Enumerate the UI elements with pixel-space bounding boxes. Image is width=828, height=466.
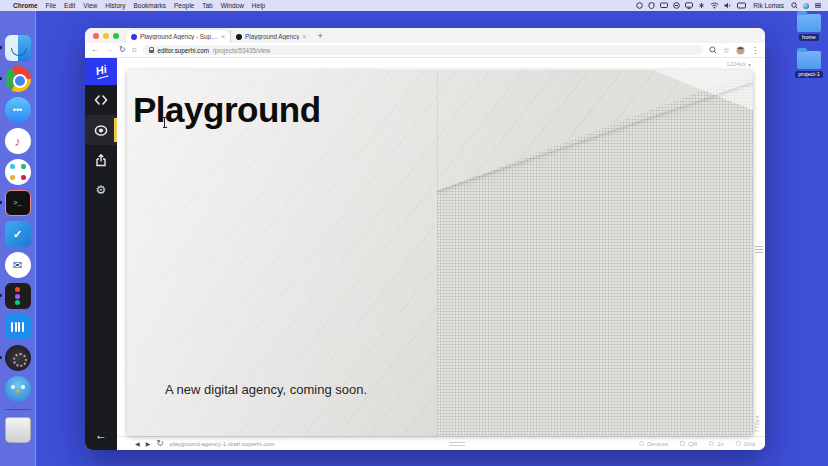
new-tab-button[interactable]: + xyxy=(311,31,328,43)
menu-item-view[interactable]: View xyxy=(83,2,97,9)
menu-item-bookmarks[interactable]: Bookmarks xyxy=(133,2,166,9)
airdrop-icon[interactable] xyxy=(698,2,705,9)
preview-right-gutter: 770px xyxy=(753,70,765,436)
menu-item-people[interactable]: People xyxy=(174,2,194,9)
tab-title: Playground Agency xyxy=(245,33,299,40)
dock-trash-icon[interactable] xyxy=(5,417,31,443)
search-icon[interactable] xyxy=(791,2,798,9)
menu-item-window[interactable]: Window xyxy=(221,2,244,9)
notification-menu-icon[interactable] xyxy=(814,2,822,9)
url-domain: editor.superhi.com xyxy=(158,47,209,54)
zoom-search-icon[interactable] xyxy=(709,46,717,54)
code-view-button[interactable] xyxy=(85,85,117,115)
volume-icon[interactable] xyxy=(724,2,732,9)
preview-forward-icon[interactable]: ▶ xyxy=(146,440,151,447)
viewport-height-label[interactable]: 770px xyxy=(754,415,760,433)
preview-url[interactable]: playground-agency-1-draft.superhi.com xyxy=(170,441,275,447)
preview-view-button[interactable] xyxy=(85,115,117,145)
preview-reload-icon[interactable]: ↻ xyxy=(156,439,164,448)
bottom-drag-handle[interactable] xyxy=(449,442,465,446)
close-tab-icon[interactable]: × xyxy=(221,33,225,40)
preview-texture-line xyxy=(437,70,438,191)
resize-handle[interactable] xyxy=(755,246,763,253)
dock-vscode-icon[interactable]: ✓ xyxy=(5,221,31,247)
menu-item-file[interactable]: File xyxy=(46,2,56,9)
folder-label: home xyxy=(799,34,819,41)
site-tagline: A new digital agency, coming soon. xyxy=(165,382,367,397)
preview-back-icon[interactable]: ◀ xyxy=(135,440,140,447)
dock-slack-icon[interactable] xyxy=(5,159,31,185)
editor-sidebar: Hi ⚙ ← xyxy=(85,58,117,450)
editor-back-button[interactable]: ← xyxy=(85,420,117,450)
retina-toggle[interactable]: 2x xyxy=(709,441,723,447)
desktop-folder-project[interactable]: project-1 xyxy=(795,51,822,78)
minimize-window-button[interactable] xyxy=(103,33,109,39)
menu-status-icons: Rik Lomas xyxy=(636,2,822,9)
folder-label: project-1 xyxy=(795,71,822,78)
menu-item-tab[interactable]: Tab xyxy=(202,2,212,9)
dock-intercom-icon[interactable] xyxy=(5,314,31,340)
settings-button[interactable]: ⚙ xyxy=(85,175,117,205)
browser-window: Playground Agency - SuperHi × Playground… xyxy=(85,28,765,450)
circle-status-icon[interactable] xyxy=(636,2,643,9)
site-favicon xyxy=(236,34,242,40)
grid-toggle[interactable]: Grid xyxy=(736,441,755,447)
folder-icon xyxy=(797,14,821,32)
devices-toggle[interactable]: Devices xyxy=(639,441,668,447)
dock: ••• ♪ >_ ✓ ✉ xyxy=(0,11,36,466)
monitor-icon[interactable] xyxy=(685,2,693,9)
dock-music-icon[interactable]: ♪ xyxy=(5,128,31,154)
preview-bottom-bar: ◀ ▶ ↻ playground-agency-1-draft.superhi.… xyxy=(117,436,765,450)
profile-avatar[interactable] xyxy=(736,46,745,55)
dock-terminal-icon[interactable]: >_ xyxy=(5,190,31,216)
menu-app-name[interactable]: Chrome xyxy=(13,2,38,9)
chrome-menu-icon[interactable]: ⋮ xyxy=(751,46,759,55)
viewport-size-strip: 1224px ▾ xyxy=(117,58,765,70)
home-icon[interactable]: ⌂ xyxy=(132,46,137,54)
keyboard-icon[interactable] xyxy=(737,2,746,9)
superhi-favicon xyxy=(131,34,137,40)
menu-item-help[interactable]: Help xyxy=(252,2,265,9)
wifi-icon[interactable] xyxy=(710,2,719,9)
bookmark-star-icon[interactable]: ☆ xyxy=(723,46,730,55)
tab-superhi-editor[interactable]: Playground Agency - SuperHi × xyxy=(126,30,230,43)
editor-content: Hi ⚙ ← 1224px ▾ xyxy=(85,58,765,450)
viewport-width-selector[interactable]: 1224px xyxy=(726,61,746,67)
tab-playground-agency[interactable]: Playground Agency × xyxy=(230,30,311,43)
qr-toggle[interactable]: QR xyxy=(680,441,697,447)
display-icon[interactable] xyxy=(660,2,668,9)
superhi-logo[interactable]: Hi xyxy=(85,58,117,85)
dock-chrome-icon[interactable] xyxy=(5,66,31,92)
dock-messages-icon[interactable]: ••• xyxy=(5,97,31,123)
share-icon xyxy=(95,154,107,167)
dock-mail-icon[interactable]: ✉ xyxy=(5,252,31,278)
close-window-button[interactable] xyxy=(93,33,99,39)
retina-icon xyxy=(709,441,714,446)
dock-bird-icon[interactable] xyxy=(5,376,31,402)
site-preview[interactable]: Playground A new digital agency, coming … xyxy=(127,70,753,436)
shield-icon[interactable] xyxy=(648,2,655,9)
forward-icon[interactable]: → xyxy=(105,46,113,54)
desktop-icons: home project-1 xyxy=(794,14,824,78)
dock-separator xyxy=(5,409,31,410)
eye-icon xyxy=(94,125,108,136)
dock-figma-icon[interactable] xyxy=(5,283,31,309)
padlock-icon[interactable] xyxy=(149,47,154,53)
desktop-folder-home[interactable]: home xyxy=(797,14,821,41)
menu-item-history[interactable]: History xyxy=(105,2,125,9)
share-button[interactable] xyxy=(85,145,117,175)
zoom-window-button[interactable] xyxy=(113,33,119,39)
dock-finder-icon[interactable] xyxy=(5,35,31,61)
close-tab-icon[interactable]: × xyxy=(302,33,306,40)
menu-username[interactable]: Rik Lomas xyxy=(753,2,784,9)
menu-item-edit[interactable]: Edit xyxy=(64,2,75,9)
window-controls xyxy=(85,33,126,43)
dock-media-icon[interactable] xyxy=(5,345,31,371)
address-bar[interactable]: editor.superhi.com/projects/53435/view xyxy=(143,45,703,55)
grid-icon xyxy=(736,441,741,446)
sync-icon[interactable] xyxy=(673,2,680,9)
chevron-down-icon[interactable]: ▾ xyxy=(748,61,751,68)
siri-icon[interactable] xyxy=(803,3,809,9)
reload-icon[interactable]: ↻ xyxy=(119,46,126,54)
back-icon[interactable]: ← xyxy=(91,46,99,54)
